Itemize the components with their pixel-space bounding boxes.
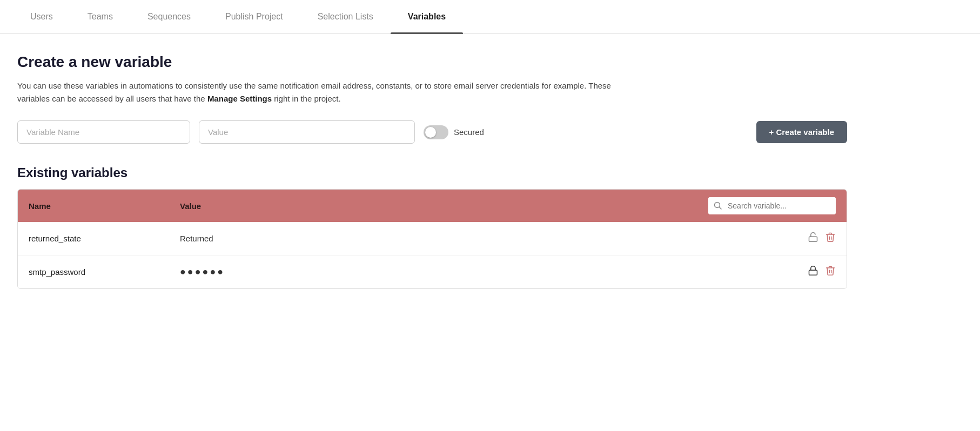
row-name: returned_state — [29, 234, 180, 243]
create-section-description: You can use these variables in automatio… — [17, 79, 612, 105]
tab-users[interactable]: Users — [13, 0, 70, 33]
row-value: Returned — [180, 234, 808, 243]
secured-label: Secured — [454, 127, 484, 137]
create-section: Create a new variable You can use these … — [17, 53, 847, 144]
tab-sequences[interactable]: Sequences — [130, 0, 208, 33]
existing-section-title: Existing variables — [17, 165, 847, 180]
secured-toggle[interactable] — [424, 125, 448, 139]
search-icon — [708, 197, 728, 214]
row-value-dots: ●●●●●● — [180, 266, 808, 278]
lock-icon[interactable] — [808, 265, 818, 279]
delete-icon[interactable] — [825, 232, 836, 245]
existing-section: Existing variables Name Value — [17, 165, 847, 289]
create-form-row: Secured + Create variable — [17, 120, 847, 144]
table-row: smtp_password ●●●●●● — [18, 255, 847, 288]
col-value-header: Value — [180, 201, 708, 211]
svg-rect-3 — [809, 270, 817, 275]
col-name-header: Name — [29, 201, 180, 211]
row-actions — [808, 265, 836, 279]
create-section-title: Create a new variable — [17, 53, 847, 71]
tab-selection-lists[interactable]: Selection Lists — [300, 0, 391, 33]
svg-line-1 — [720, 207, 722, 210]
create-variable-button[interactable]: + Create variable — [756, 121, 848, 143]
description-bold: Manage Settings — [207, 94, 272, 103]
table-row: returned_state Returned — [18, 222, 847, 255]
svg-rect-2 — [809, 237, 817, 241]
variable-value-input[interactable] — [199, 120, 415, 144]
delete-icon[interactable] — [825, 265, 836, 279]
main-content: Create a new variable You can use these … — [0, 34, 864, 308]
tab-publish-project[interactable]: Publish Project — [208, 0, 300, 33]
description-text-2: right in the project. — [272, 94, 341, 103]
row-actions — [808, 232, 836, 245]
tab-variables[interactable]: Variables — [391, 0, 463, 33]
search-header — [708, 197, 836, 214]
row-name: smtp_password — [29, 267, 180, 277]
unlock-icon[interactable] — [808, 232, 818, 245]
tabs-nav: Users Teams Sequences Publish Project Se… — [0, 0, 980, 34]
search-variable-input[interactable] — [728, 197, 836, 214]
secured-toggle-wrap: Secured — [424, 125, 484, 139]
table-header: Name Value — [18, 190, 847, 222]
tab-teams[interactable]: Teams — [70, 0, 130, 33]
variables-table: Name Value returned — [17, 189, 847, 289]
search-box — [708, 197, 836, 214]
variable-name-input[interactable] — [17, 120, 190, 144]
